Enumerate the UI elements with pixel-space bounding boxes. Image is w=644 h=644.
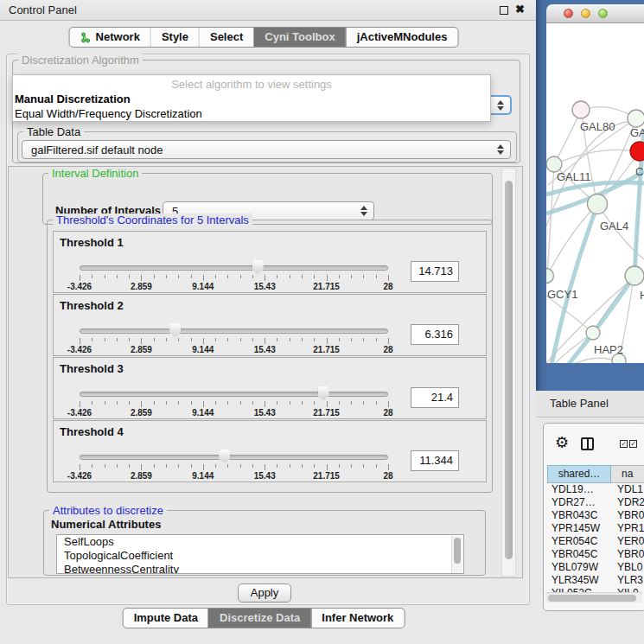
network-edge[interactable] <box>554 150 638 164</box>
cell-shared-name: YPR145W <box>547 522 611 535</box>
slider-tick <box>129 464 130 468</box>
cell-shared-name: YBL079W <box>547 561 611 574</box>
slider-tick-label: 21.715 <box>301 345 353 354</box>
apply-button[interactable]: Apply <box>238 583 291 603</box>
network-node[interactable] <box>586 326 600 340</box>
network-node[interactable] <box>625 266 644 285</box>
slider-thumb[interactable] <box>219 450 230 463</box>
tab-discretize-data[interactable]: Discretize Data <box>208 609 310 628</box>
slider-tick <box>92 338 92 341</box>
slider-tick <box>105 401 105 405</box>
threshold-value-field[interactable]: 21.4 <box>411 387 459 408</box>
slider-thumb[interactable] <box>318 386 329 400</box>
attributes-list-scrollbar[interactable] <box>451 536 462 574</box>
table-row[interactable]: YBR043CYBR0 <box>547 509 644 522</box>
table-row[interactable]: YDR27…YDR2 <box>547 496 644 509</box>
numerical-attributes-list[interactable]: SelfLoopsTopologicalCoefficientBetweenne… <box>56 534 464 574</box>
slider-thumb[interactable] <box>252 260 264 274</box>
node-table: shared… na YDL19…YDL1YDR27…YDR2YBR043CYB… <box>547 465 644 594</box>
slider-tick <box>129 338 130 341</box>
network-edge[interactable] <box>546 358 618 363</box>
slider-tick <box>215 338 216 341</box>
column-header-shared-name[interactable]: shared… <box>547 465 611 483</box>
threshold-value-field[interactable]: 11.344 <box>411 450 459 471</box>
slider-tick <box>290 338 290 341</box>
cell-name: YPR1 <box>611 522 644 535</box>
table-row[interactable]: YBR045CYBR0 <box>547 548 644 561</box>
table-data-select[interactable]: galFiltered.sif default node <box>22 140 511 159</box>
algorithm-option-equal-width[interactable]: Equal Width/Frequency Discretization <box>15 107 202 120</box>
slider-track[interactable] <box>80 455 388 460</box>
table-row[interactable]: YBL079WYBL0 <box>547 561 644 574</box>
threshold-value-field[interactable]: 6.316 <box>411 324 459 345</box>
table-row[interactable]: YPR145WYPR1 <box>547 522 644 535</box>
network-node-label: GA <box>630 126 644 139</box>
network-edge[interactable] <box>546 296 593 333</box>
slider-tick <box>252 275 253 278</box>
columns-icon[interactable] <box>581 437 594 450</box>
slider-tick <box>80 338 80 344</box>
slider-track[interactable] <box>80 265 388 271</box>
slider-tick <box>351 401 352 405</box>
slider-track[interactable] <box>80 328 388 334</box>
slider-tick <box>92 401 92 405</box>
network-icon <box>80 32 92 43</box>
close-traffic-light-icon[interactable] <box>564 9 573 18</box>
table-panel-title: Table Panel <box>550 397 609 410</box>
algorithm-option-manual[interactable]: Manual Discretization <box>15 92 131 105</box>
network-node[interactable] <box>572 101 590 118</box>
slider-tick <box>178 275 179 278</box>
network-window-titlebar[interactable] <box>546 4 644 23</box>
tab-style[interactable]: Style <box>150 28 199 47</box>
slider-tick <box>203 464 204 470</box>
column-header-name[interactable]: na <box>611 465 644 483</box>
network-edge[interactable] <box>547 205 596 276</box>
network-node[interactable] <box>546 269 554 284</box>
threshold-value-field[interactable]: 14.713 <box>411 261 459 282</box>
slider-tick <box>141 275 142 281</box>
tab-impute-data[interactable]: Impute Data <box>124 609 208 628</box>
network-node-label: HAP2 <box>594 343 623 356</box>
slider-tick <box>240 464 241 468</box>
tab-infer-network[interactable]: Infer Network <box>310 609 404 628</box>
attribute-list-item[interactable]: BetweennessCentrality <box>57 563 463 574</box>
tab-cyni-toolbox[interactable]: Cyni Toolbox <box>253 28 345 47</box>
network-node-label: C <box>635 165 643 178</box>
zoom-traffic-light-icon[interactable] <box>598 9 608 18</box>
settings-vertical-scrollbar[interactable] <box>501 168 516 577</box>
slider-thumb[interactable] <box>169 323 181 337</box>
cell-shared-name: YBR045C <box>547 548 611 561</box>
slider-tick <box>363 401 364 405</box>
tab-select[interactable]: Select <box>199 28 253 47</box>
slider-tick <box>117 338 118 341</box>
numerical-attributes-label: Numerical Attributes <box>51 518 161 531</box>
slider-tick <box>277 464 277 468</box>
checkboxes-icon[interactable]: ✓✓ <box>620 440 637 448</box>
table-row[interactable]: YLR345WYLR3 <box>547 574 644 587</box>
network-node[interactable] <box>588 194 608 214</box>
table-row[interactable]: YDL19…YDL1 <box>547 483 644 496</box>
network-node-label: GAL80 <box>580 120 615 133</box>
table-horizontal-scrollbar[interactable] <box>545 592 642 603</box>
threshold-label: Threshold 2 <box>60 299 124 312</box>
cell-shared-name: YDR27… <box>547 496 611 509</box>
spinner-arrows-icon <box>360 206 367 216</box>
slider-tick <box>166 401 167 405</box>
tab-jactivemnodules[interactable]: jActiveMNodules <box>346 28 458 47</box>
slider-tick <box>105 275 105 278</box>
slider-tick <box>302 401 303 405</box>
float-icon[interactable] <box>500 6 508 15</box>
table-row[interactable]: YER054CYER0 <box>547 535 644 548</box>
minimize-traffic-light-icon[interactable] <box>581 9 590 18</box>
slider-tick <box>388 338 389 344</box>
close-icon[interactable]: ✖ <box>515 3 525 16</box>
attribute-list-item[interactable]: SelfLoops <box>57 535 463 549</box>
tab-network[interactable]: Network <box>70 28 150 47</box>
attribute-list-item[interactable]: TopologicalCoefficient <box>57 549 463 563</box>
gear-icon[interactable]: ⚙ <box>555 433 569 452</box>
slider-track[interactable] <box>80 392 388 397</box>
network-node[interactable] <box>628 110 644 127</box>
network-node[interactable] <box>630 142 644 161</box>
network-canvas[interactable]: GAL80GACGAL11GAL4GCY1HHAP2 <box>546 23 644 363</box>
cell-name: YLR3 <box>611 574 644 587</box>
